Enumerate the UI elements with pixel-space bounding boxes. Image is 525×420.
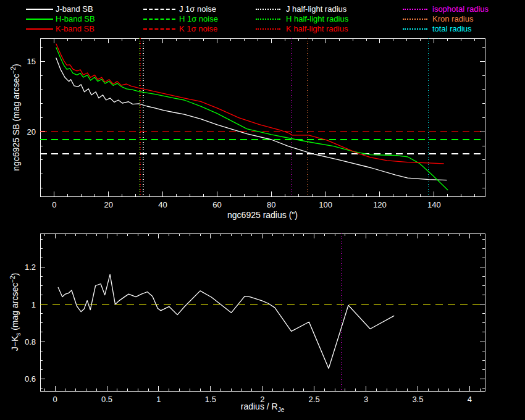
- x-tick-label: 0: [52, 200, 56, 209]
- plot-window: 020406080100120140152000.511.522.533.540…: [0, 0, 525, 420]
- bottom-y-label-sub: s: [15, 333, 22, 336]
- axis-ticks: 00.511.522.533.540.60.811.2: [25, 233, 485, 404]
- bottom-y-label-text: J−K: [10, 336, 20, 351]
- plot-frame: [40, 233, 485, 391]
- x-tick-label: 40: [158, 200, 167, 209]
- legend-swatch-k-halflight: [256, 28, 280, 30]
- legend-swatch-j-band: [26, 9, 53, 10]
- surface_brightness_profile: 0204060801001201401520: [27, 38, 485, 209]
- legend-label-j-noise: J 1σ noise: [179, 4, 216, 14]
- bottom-x-label-text: radius / R: [241, 401, 278, 411]
- legend-label-k-noise: K 1σ noise: [179, 24, 217, 34]
- legend-label-k-band: K-band SB: [56, 24, 94, 34]
- top-x-label-text: ngc6925 radius ("): [227, 210, 298, 220]
- series-h-band-sb: [56, 48, 448, 190]
- series-j-ks-color: [58, 274, 394, 368]
- legend-swatch-k-noise: [143, 28, 175, 30]
- bottom-y-label-mid: (mag arcsec: [10, 283, 20, 333]
- top-y-label-text: ngc6925 SB (mag arcsec: [11, 74, 21, 170]
- legend-label-total: total radius: [432, 24, 472, 34]
- legend-label-h-noise: H 1σ noise: [179, 14, 218, 24]
- top-y-label-close: ): [11, 64, 21, 67]
- legend-swatch-isophotal: [403, 9, 427, 10]
- bottom-y-label-close: ): [10, 273, 20, 276]
- legend-swatch-j-halflight: [256, 9, 280, 10]
- legend-swatch-h-band: [26, 19, 53, 20]
- legend-swatch-k-band: [26, 28, 53, 30]
- legend-swatch-total: [403, 28, 427, 30]
- bottom-y-axis-label: J−Ks (mag arcsec−2): [9, 273, 22, 351]
- top-x-axis-label: ngc6925 radius ("): [0, 210, 525, 220]
- y-tick-label: 1: [32, 300, 36, 309]
- legend-swatch-kron: [403, 19, 427, 20]
- x-tick-label: 100: [319, 200, 332, 209]
- bottom-y-label-sup: −2: [9, 275, 16, 282]
- y-tick-label: 0.8: [25, 337, 36, 346]
- legend-swatch-h-halflight: [256, 19, 280, 20]
- x-tick-label: 140: [427, 200, 441, 209]
- bottom-x-axis-label: radius / RJe: [0, 401, 525, 413]
- legend-swatch-j-noise: [143, 9, 175, 10]
- x-tick-label: 80: [267, 200, 275, 209]
- color_profile: 00.511.522.533.540.60.811.2: [25, 233, 485, 404]
- y-tick-label: 1.2: [25, 262, 36, 272]
- x-tick-label: 20: [104, 200, 112, 209]
- legend-label-isophotal: isophotal radius: [432, 4, 489, 14]
- legend-label-j-band: J-band SB: [56, 4, 93, 14]
- x-tick-label: 60: [212, 200, 221, 209]
- y-tick-label: 20: [27, 127, 36, 136]
- x-tick-label: 120: [373, 200, 387, 209]
- legend-label-j-halflight: J half-light radius: [286, 4, 346, 14]
- legend-label-h-band: H-band SB: [56, 14, 95, 24]
- y-tick-label: 0.6: [25, 374, 36, 384]
- top-y-label-sup: −2: [10, 67, 17, 74]
- series-k-band-sb: [56, 44, 443, 164]
- legend-label-k-halflight: K half-light radius: [286, 24, 348, 34]
- plot-frame: [40, 38, 485, 196]
- legend-label-kron: Kron radius: [432, 14, 473, 24]
- legend-label-h-halflight: H half-light radius: [286, 14, 348, 24]
- axis-ticks: 0204060801001201401520: [27, 38, 485, 209]
- legend-swatch-h-noise: [143, 19, 175, 20]
- series-j-band-sb: [56, 58, 447, 180]
- bottom-x-label-sub: Je: [278, 406, 285, 413]
- y-tick-label: 15: [27, 57, 36, 66]
- top-y-axis-label: ngc6925 SB (mag arcsec−2): [10, 64, 21, 170]
